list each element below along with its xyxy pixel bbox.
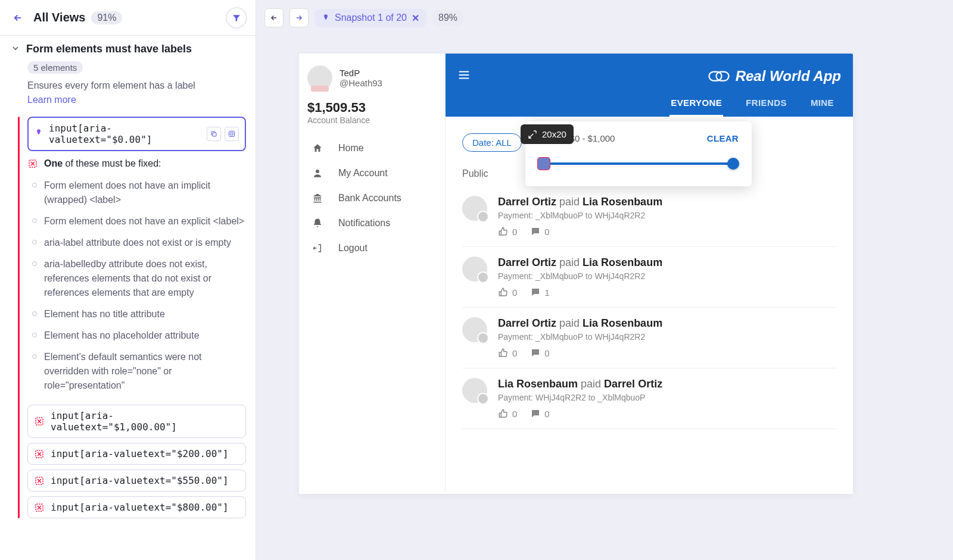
transaction-item[interactable]: Lia Rosenbaum paid Darrel OrtizPayment: … [462,368,836,429]
snapshot-prev-button[interactable] [264,8,284,27]
comment-icon [530,226,541,237]
resize-icon [528,130,537,139]
transaction-title: Darrel Ortiz paid Lia Rosenbaum [498,317,836,330]
issue-description: Ensures every form element has a label [27,80,195,90]
crosshair-icon [34,449,45,459]
svg-point-8 [316,170,319,173]
transaction-item[interactable]: Darrel Ortiz paid Lia RosenbaumPayment: … [462,247,836,308]
transaction-title: Lia Rosenbaum paid Darrel Ortiz [498,378,836,390]
user-handle: @Heath93 [340,78,382,88]
snapshot-label: Snapshot 1 of 20 [335,12,407,23]
comment-icon [530,408,541,419]
slider-handle-min[interactable] [538,158,550,170]
account-balance-label: Account Balance [307,115,437,125]
svg-rect-0 [213,133,216,136]
snapshot-next-button[interactable] [289,8,309,27]
date-filter-chip[interactable]: Date: ALL [462,133,522,152]
fix-item: Element has no title attribute [32,304,246,325]
like-count[interactable]: 0 [498,408,517,419]
amount-range-slider[interactable] [538,158,739,170]
comment-icon [530,348,541,358]
fix-item: Form element does not have an implicit (… [32,175,246,211]
like-count[interactable]: 0 [498,226,517,237]
sidebar-item-logout[interactable]: Logout [307,236,437,261]
transaction-subtitle: Payment: WHjJ4qR2R2 to _XblMqbuoP [498,393,836,402]
account-balance: $1,509.53 [307,100,437,115]
fix-item: aria-labelledby attribute does not exist… [32,254,246,304]
transaction-subtitle: Payment: _XblMqbuoP to WHjJ4qR2R2 [498,211,836,220]
avatar [462,378,487,403]
thumbs-up-icon [498,408,509,419]
tab-everyone[interactable]: EVERYONE [669,90,723,117]
sidebar-item-bank-accounts[interactable]: Bank Accounts [307,186,437,211]
comment-icon [530,287,541,298]
snapshot-chip[interactable]: Snapshot 1 of 20 ✕ [314,9,426,27]
transaction-title: Darrel Ortiz paid Lia Rosenbaum [498,256,836,269]
avatar [462,256,487,281]
crosshair-icon [34,475,45,486]
element-selector-row[interactable]: input[aria-valuetext="$800.00"] [27,496,246,518]
comment-count[interactable]: 0 [530,226,549,237]
svg-rect-9 [709,72,721,81]
tab-friends[interactable]: FRIENDS [745,90,788,117]
pin-icon [35,129,43,139]
selector-text: input[aria-valuetext="$0.00"] [49,123,201,145]
element-size-tooltip: 20x20 [521,124,574,144]
svg-rect-1 [229,132,235,137]
like-count[interactable]: 0 [498,348,517,358]
thumbs-up-icon [498,226,509,237]
notifications-icon [311,218,324,229]
back-button[interactable] [8,8,27,27]
hamburger-menu-button[interactable] [457,68,472,84]
learn-more-link[interactable]: Learn more [27,95,76,105]
transaction-item[interactable]: Darrel Ortiz paid Lia RosenbaumPayment: … [462,308,836,368]
slider-handle-max[interactable] [727,158,739,170]
fix-header: One of these must be fixed: [44,158,161,169]
svg-rect-10 [716,72,728,81]
comment-count[interactable]: 0 [530,408,549,419]
copy-selector-button[interactable] [207,127,221,141]
fix-item: Element has no placeholder attribute [32,325,246,346]
svg-rect-2 [231,133,233,135]
transaction-item[interactable]: Darrel Ortiz paid Lia RosenbaumPayment: … [462,186,836,247]
snapshot-close-button[interactable]: ✕ [412,12,419,24]
home-icon [311,143,324,154]
element-selector-row[interactable]: input[aria-valuetext="$550.00"] [27,470,246,492]
zoom-indicator: 89% [432,10,463,26]
fix-item: Form element does not have an explicit <… [32,211,246,232]
sidebar-item-home[interactable]: Home [307,136,437,161]
all-views-title: All Views [33,11,85,24]
transaction-subtitle: Payment: _XblMqbuoP to WHjJ4qR2R2 [498,271,836,281]
brand-icon [708,69,730,83]
logout-icon [311,243,324,254]
crosshair-icon [34,502,45,513]
clear-range-button[interactable]: CLEAR [707,133,739,143]
avatar [462,196,487,221]
transaction-subtitle: Payment: _XblMqbuoP to WHjJ4qR2R2 [498,332,836,342]
thumbs-up-icon [498,348,509,358]
score-pill: 91% [91,11,122,24]
fix-item: aria-label attribute does not exist or i… [32,232,246,254]
active-element-selector[interactable]: input[aria-valuetext="$0.00"] [27,117,246,151]
comment-count[interactable]: 0 [530,348,549,358]
bank-accounts-icon [311,193,324,204]
issue-title: Form elements must have labels [26,43,192,55]
brand-logo: Real World App [708,68,841,85]
tab-mine[interactable]: MINE [809,90,835,117]
element-selector-row[interactable]: input[aria-valuetext="$200.00"] [27,443,246,465]
elements-count-badge: 5 elements [27,61,83,74]
inspect-element-button[interactable] [225,127,239,141]
avatar [307,65,332,90]
avatar [462,317,487,342]
comment-count[interactable]: 1 [530,287,549,298]
like-count[interactable]: 0 [498,287,517,298]
sidebar-item-my-account[interactable]: My Account [307,161,437,186]
crosshair-icon [34,416,45,427]
slider-track [541,162,736,165]
sidebar-item-notifications[interactable]: Notifications [307,211,437,236]
filter-button[interactable] [226,7,247,29]
tree-line [18,117,20,518]
element-selector-row[interactable]: input[aria-valuetext="$1,000.00"] [27,405,246,438]
chevron-down-icon[interactable] [11,43,20,55]
fix-item: Element's default semantics were not ove… [32,346,246,396]
